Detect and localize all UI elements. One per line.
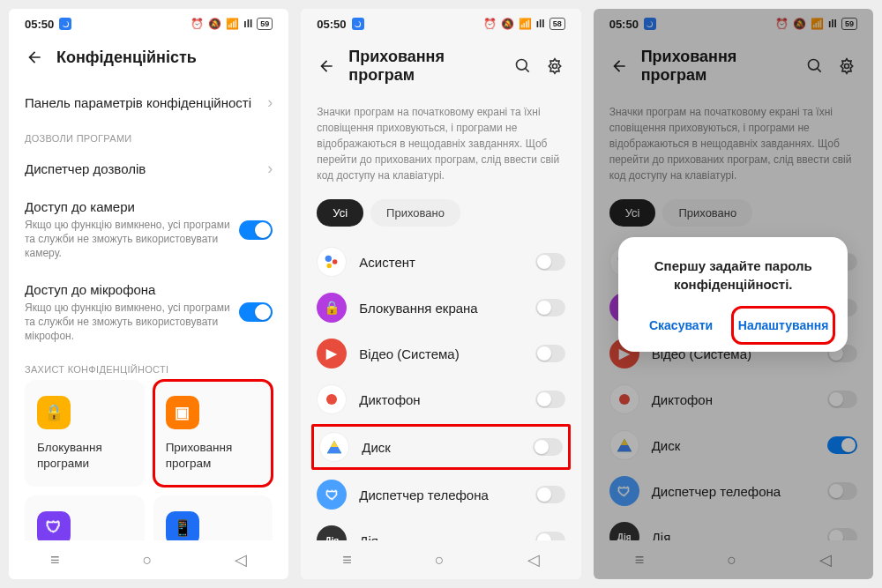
app-name: Блокування екрана xyxy=(359,301,522,316)
dialog-message: Спершу задайте пароль конфіденційності. xyxy=(634,257,832,294)
app-name: Відео (Система) xyxy=(359,346,522,361)
back-button[interactable] xyxy=(317,56,336,76)
filter-chips: Усі Приховано xyxy=(317,199,564,227)
card-private-safe[interactable]: 🛡 Особистий сейф xyxy=(25,495,145,540)
app-row: 🛡Диспетчер телефона xyxy=(317,472,564,517)
section-label: ЗАХИСТ КОНФІДЕНЦІЙНОСТІ xyxy=(25,364,273,375)
back-nav-button[interactable]: ◁ xyxy=(527,550,540,569)
app-toggle[interactable] xyxy=(533,438,563,456)
app-toggle[interactable] xyxy=(535,532,565,540)
dialog-overlay: Спершу задайте пароль конфіденційності. … xyxy=(594,9,873,579)
back-nav-button[interactable]: ◁ xyxy=(235,550,247,569)
camera-toggle[interactable] xyxy=(239,220,273,240)
permission-manager-row[interactable]: Диспетчер дозволів › xyxy=(25,149,273,189)
password-dialog: Спершу задайте пароль конфіденційності. … xyxy=(618,237,848,352)
section-label: ДОЗВОЛИ ПРОГРАМИ xyxy=(25,133,273,144)
app-icon: 🔒 xyxy=(317,293,347,323)
chip-all[interactable]: Усі xyxy=(317,199,363,227)
chip-hidden[interactable]: Приховано xyxy=(370,199,460,227)
nav-bar: ≡ ○ ◁ xyxy=(301,540,580,579)
svg-point-0 xyxy=(516,60,527,71)
recent-button[interactable]: ≡ xyxy=(50,551,60,569)
status-icons: ⏰🔕📶ıll 59 xyxy=(191,18,273,30)
mic-toggle[interactable] xyxy=(239,302,273,322)
lock-icon: 🔒 xyxy=(37,396,71,429)
app-row: Диктофон xyxy=(317,376,564,422)
app-toggle[interactable] xyxy=(535,345,565,362)
app-name: Асистент xyxy=(359,255,522,270)
app-icon: 🛡 xyxy=(317,480,347,510)
nav-bar: ≡ ○ ◁ xyxy=(9,540,288,579)
status-bar: 05:50 ⏰🔕📶ıll58 xyxy=(301,9,580,39)
status-time: 05:50 xyxy=(25,18,54,31)
page-title: Приховання програм xyxy=(348,48,499,85)
svg-point-2 xyxy=(325,256,332,262)
app-row: Асистент xyxy=(317,239,564,285)
recent-button[interactable]: ≡ xyxy=(342,551,352,569)
search-icon[interactable] xyxy=(512,56,534,77)
hide-icon: ▣ xyxy=(166,396,199,429)
app-icon: ▶ xyxy=(317,339,347,368)
home-button[interactable]: ○ xyxy=(435,551,445,569)
svg-point-1 xyxy=(552,64,557,69)
chevron-right-icon: › xyxy=(267,93,273,112)
app-name: Диспетчер телефона xyxy=(359,488,522,502)
app-toggle[interactable] xyxy=(535,486,565,503)
header: Приховання програм xyxy=(301,39,580,100)
app-icon xyxy=(319,432,349,462)
app-name: Диск xyxy=(362,440,519,455)
home-button[interactable]: ○ xyxy=(142,551,152,569)
app-row: 🔒Блокування екрана xyxy=(317,285,564,331)
dialog-settings-button[interactable]: Налаштування xyxy=(735,309,833,341)
card-system-clone[interactable]: 📱 Засіб клонування системи xyxy=(153,495,273,540)
app-icon: Дія xyxy=(317,525,347,540)
status-bar: 05:50 ⏰🔕📶ıll 59 xyxy=(9,9,288,39)
app-toggle[interactable] xyxy=(535,299,565,316)
app-toggle[interactable] xyxy=(535,391,565,408)
safe-icon: 🛡 xyxy=(37,511,71,540)
app-row: ▶Відео (Система) xyxy=(317,331,564,376)
app-toggle[interactable] xyxy=(535,253,565,271)
privacy-panel-row[interactable]: Панель параметрів конфіденційності › xyxy=(25,83,273,123)
card-hide-apps[interactable]: ▣ Приховання програм xyxy=(153,380,273,486)
app-name: Диктофон xyxy=(359,392,522,407)
app-badge-icon xyxy=(352,18,364,30)
app-badge-icon xyxy=(59,18,71,30)
back-button[interactable] xyxy=(25,48,44,67)
settings-icon[interactable] xyxy=(544,56,565,77)
app-icon xyxy=(317,247,347,277)
mic-access-row: Доступ до мікрофона Якщо цю функцію вимк… xyxy=(25,272,273,354)
card-app-lock[interactable]: 🔒 Блокування програми xyxy=(25,380,145,486)
app-row: ДіяДія xyxy=(317,517,564,540)
app-name: Дія xyxy=(359,533,522,541)
dialog-cancel-button[interactable]: Скасувати xyxy=(634,309,727,341)
app-row: Диск xyxy=(311,424,570,470)
page-title: Конфіденційність xyxy=(56,48,273,67)
hint-text: Значки програм на початковому екрані та … xyxy=(317,100,564,199)
app-icon xyxy=(317,384,347,414)
clone-icon: 📱 xyxy=(166,511,199,540)
header: Конфіденційність xyxy=(9,39,288,83)
chevron-right-icon: › xyxy=(267,160,273,178)
camera-access-row: Доступ до камери Якщо цю функцію вимкнен… xyxy=(25,189,273,272)
svg-point-3 xyxy=(333,259,338,264)
svg-point-4 xyxy=(327,264,333,269)
